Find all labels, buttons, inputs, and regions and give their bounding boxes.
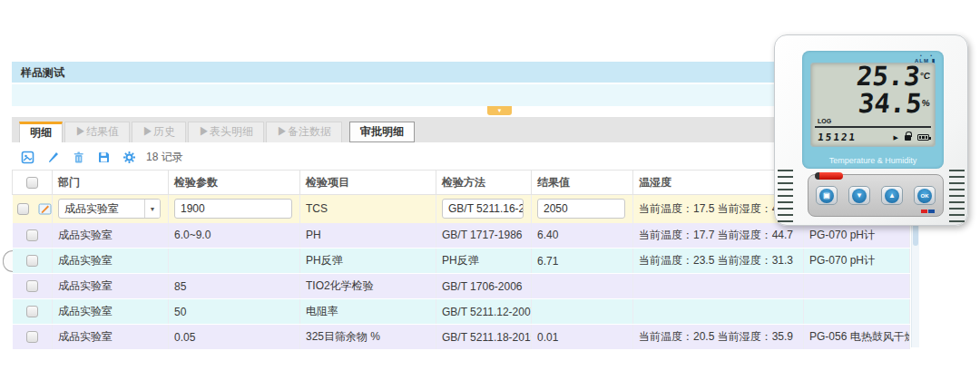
temperature-value: 25.3 bbox=[855, 61, 921, 92]
humidity-reading: 34.5% bbox=[858, 90, 932, 117]
column-header-parameter[interactable]: 检验参数 bbox=[169, 171, 300, 195]
device-button-panel: ▣ ▼ ▲ OK bbox=[808, 174, 944, 217]
row-checkbox[interactable] bbox=[17, 203, 29, 215]
parameter-input[interactable] bbox=[174, 199, 292, 219]
column-header-method[interactable]: 检验方法 bbox=[436, 171, 532, 195]
cell-department: 成品实验室 bbox=[53, 249, 169, 274]
table-row[interactable]: 成品实验室 85 TIO2化学检验 GB/T 1706-2006 bbox=[13, 274, 910, 299]
cell-item: 电阻率 bbox=[300, 299, 436, 325]
new-record-icon[interactable] bbox=[21, 151, 34, 164]
column-header-item[interactable]: 检验项目 bbox=[300, 171, 436, 195]
cell-temp-humidity: 当前温度：17.7 当前湿度：44.7 bbox=[633, 223, 804, 249]
department-select-value: 成品实验室 bbox=[59, 201, 144, 217]
status-led bbox=[815, 172, 843, 180]
cell-parameter: 6.0~9.0 bbox=[169, 223, 300, 249]
column-header-result[interactable]: 结果值 bbox=[532, 171, 633, 195]
dropdown-arrow-icon[interactable]: ▼ bbox=[144, 200, 160, 218]
row-checkbox[interactable] bbox=[26, 331, 38, 343]
save-icon[interactable] bbox=[97, 151, 111, 164]
record-play-icon: ▶ bbox=[894, 134, 898, 141]
cell-method: GB/T 1706-2006 bbox=[436, 274, 532, 299]
device-caption: Temperature & Humidity bbox=[802, 156, 944, 165]
row-checkbox[interactable] bbox=[26, 255, 38, 267]
cell-item: TIO2化学检验 bbox=[300, 274, 436, 299]
department-select[interactable]: 成品实验室 ▼ bbox=[58, 199, 161, 219]
cell-method: GB/T 1717-1986 bbox=[436, 223, 532, 249]
cell-temp-humidity bbox=[633, 299, 804, 325]
editing-row-icon bbox=[38, 202, 52, 216]
column-header-department[interactable]: 部门 bbox=[53, 171, 169, 195]
method-select[interactable]: GB/T 5211.16-2007 ▼ bbox=[442, 199, 524, 219]
cell-result: 0.01 bbox=[532, 325, 633, 350]
cell-method: PH反弹 bbox=[436, 249, 532, 274]
cell-temp-humidity bbox=[633, 274, 804, 299]
cell-item: PH bbox=[300, 223, 436, 249]
tab-history[interactable]: ▶历史 bbox=[132, 122, 186, 142]
temperature-humidity-logger: • • ALM ▮ 25.3°C 34.5% LOG 15121 ▶ Tempe… bbox=[774, 34, 968, 226]
tab-remark-data[interactable]: ▶备注数据 bbox=[266, 122, 342, 142]
cell-instrument: PG-070 pH计 bbox=[804, 223, 910, 249]
lock-icon bbox=[905, 135, 911, 141]
row-checkbox[interactable] bbox=[26, 306, 38, 317]
device-ok-button[interactable]: OK bbox=[914, 186, 936, 205]
brand-logo bbox=[921, 210, 935, 213]
device-lcd-bezel: • • ALM ▮ 25.3°C 34.5% LOG 15121 ▶ Tempe… bbox=[802, 51, 944, 169]
ok-label: OK bbox=[917, 189, 932, 203]
cell-item: PH反弹 bbox=[300, 249, 436, 274]
cell-parameter: 50 bbox=[169, 299, 300, 325]
device-lcd: 25.3°C 34.5% LOG 15121 ▶ bbox=[810, 63, 936, 147]
delete-icon[interactable] bbox=[72, 151, 85, 164]
cell-instrument: PG-056 电热鼓风干燥箱 bbox=[804, 325, 910, 350]
edit-icon[interactable] bbox=[46, 151, 60, 164]
cell-department: 成品实验室 bbox=[53, 223, 169, 249]
method-select-value: GB/T 5211.16-2007 bbox=[443, 202, 524, 215]
humidity-value: 34.5 bbox=[857, 88, 923, 119]
device-down-button[interactable]: ▼ bbox=[848, 186, 870, 205]
left-collapse-handle[interactable] bbox=[3, 250, 13, 272]
cell-department: 成品实验室 bbox=[53, 299, 169, 325]
tab-detail[interactable]: 明细 bbox=[19, 122, 63, 142]
humidity-unit: % bbox=[922, 98, 931, 108]
up-arrow-icon: ▲ bbox=[885, 189, 899, 203]
cell-method: GB/T 5211.12-2007 bbox=[436, 299, 532, 325]
cell-instrument: PG-070 pH计 bbox=[804, 249, 910, 274]
cell-department: 成品实验室 bbox=[53, 325, 169, 350]
battery-icon bbox=[917, 134, 929, 141]
tab-approval-detail[interactable]: 审批明细 bbox=[349, 122, 415, 142]
log-label: LOG bbox=[818, 118, 831, 124]
tab-header-detail[interactable]: ▶表头明细 bbox=[188, 122, 264, 142]
clock-display: 15121 bbox=[817, 132, 857, 143]
select-all-checkbox[interactable] bbox=[26, 177, 38, 189]
item-value: TCS bbox=[300, 195, 436, 223]
right-vent bbox=[949, 170, 965, 222]
table-row[interactable]: 成品实验室 50 电阻率 GB/T 5211.12-2007 bbox=[13, 299, 910, 325]
panel-collapse-button[interactable]: ▼ bbox=[487, 106, 512, 115]
cell-result: 6.40 bbox=[532, 223, 633, 249]
left-vent bbox=[778, 170, 793, 222]
cell-temp-humidity: 当前温度：20.5 当前湿度：35.9 bbox=[633, 325, 804, 350]
device-up-button[interactable]: ▲ bbox=[881, 186, 903, 205]
cell-instrument bbox=[804, 299, 910, 325]
row-checkbox[interactable] bbox=[26, 280, 38, 292]
table-row[interactable]: 成品实验室 6.0~9.0 PH GB/T 1717-1986 6.40 当前温… bbox=[13, 223, 910, 249]
cell-method: GB/T 5211.18-2015 bbox=[436, 325, 532, 350]
cell-parameter: 0.05 bbox=[169, 325, 300, 350]
row-checkbox[interactable] bbox=[26, 229, 38, 241]
cell-department: 成品实验室 bbox=[53, 274, 169, 299]
result-input[interactable] bbox=[537, 199, 625, 219]
cell-result bbox=[532, 274, 633, 299]
tab-result-value[interactable]: ▶结果值 bbox=[64, 122, 130, 142]
record-count: 18 记录 bbox=[146, 150, 183, 165]
cell-parameter: 85 bbox=[169, 274, 300, 299]
down-arrow-icon: ▼ bbox=[852, 189, 867, 203]
temperature-reading: 25.3°C bbox=[855, 63, 931, 90]
cell-instrument bbox=[804, 274, 910, 299]
table-row[interactable]: 成品实验室 PH反弹 PH反弹 6.71 当前温度：23.5 当前湿度：31.3… bbox=[13, 249, 910, 274]
cell-result bbox=[532, 299, 633, 325]
cell-result: 6.71 bbox=[532, 249, 633, 274]
settings-icon[interactable] bbox=[122, 151, 136, 164]
device-menu-button[interactable]: ▣ bbox=[816, 186, 838, 205]
menu-icon: ▣ bbox=[819, 189, 834, 203]
page: 样品测试 ▼ 明细 ▶结果值 ▶历史 ▶表头明细 ▶备注数据 审批明细 bbox=[0, 0, 980, 390]
table-row[interactable]: 成品实验室 0.05 325目筛余物 % GB/T 5211.18-2015 0… bbox=[13, 325, 910, 350]
